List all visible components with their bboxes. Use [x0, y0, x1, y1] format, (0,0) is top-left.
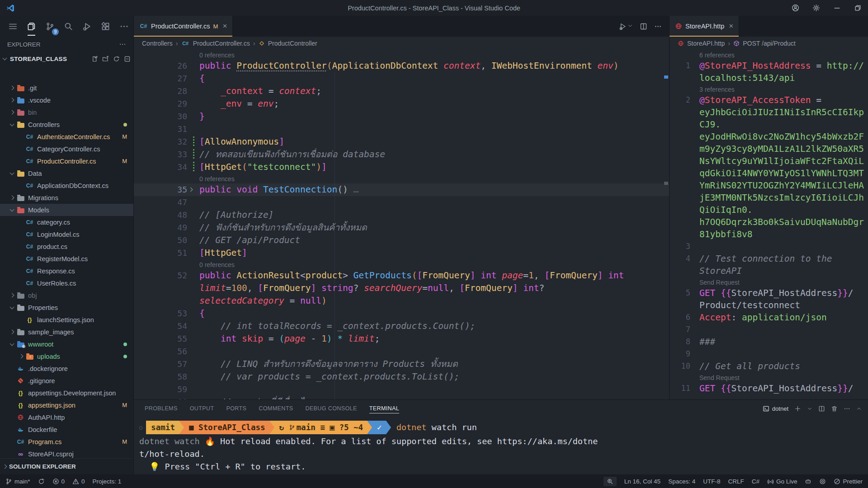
code-line[interactable]: 30}	[134, 110, 669, 123]
code-line[interactable]: 26public ProductController(ApplicationDb…	[134, 60, 669, 72]
close-tab-icon[interactable]: ×	[729, 22, 733, 31]
status-item[interactable]: C#	[752, 478, 760, 485]
status-item[interactable]	[819, 478, 826, 485]
run-debug-icon[interactable]	[78, 16, 96, 37]
code-line[interactable]: 54 // int totalRecords = _context.produc…	[134, 320, 669, 333]
tree-item[interactable]: obj	[0, 289, 133, 301]
code-line[interactable]: 9	[670, 348, 868, 360]
code-line[interactable]: QiOiIqIn0.	[670, 204, 868, 216]
status-item[interactable]: Spaces: 4	[668, 478, 695, 485]
search-icon[interactable]	[59, 16, 78, 37]
split-terminal-icon[interactable]	[818, 405, 825, 412]
tree-item[interactable]: C#ProductController.csM	[0, 155, 133, 167]
panel-tab-problems[interactable]: PROBLEMS	[145, 404, 178, 413]
status-item[interactable]: Projects: 1	[93, 478, 122, 485]
breadcrumb-folder[interactable]: Controllers	[142, 40, 173, 47]
code-line[interactable]: CJ9.	[670, 118, 868, 131]
code-line[interactable]: 28 _context = context;	[134, 85, 669, 98]
status-item[interactable]: CRLF	[728, 478, 744, 485]
tree-item[interactable]: ∞StoreAPI.csproj	[0, 448, 133, 458]
code-line[interactable]: 10// Get all products	[670, 360, 868, 372]
code-line[interactable]: StoreAPI	[670, 265, 868, 277]
panel-tab-comments[interactable]: COMMENTS	[259, 404, 293, 413]
code-line[interactable]: 58 // var products = _context.products.T…	[134, 371, 669, 383]
codelens[interactable]: 3 references	[670, 84, 868, 94]
tab-productcontroller[interactable]: C# ProductController.cs M ×	[134, 16, 233, 37]
tree-item[interactable]: C#Program.csM	[0, 436, 133, 448]
run-or-debug-button[interactable]	[619, 22, 633, 30]
code-line[interactable]: selectedCategory = null)	[134, 295, 669, 307]
code-line[interactable]: 51[HttpGet]	[134, 247, 669, 259]
tree-item[interactable]: .git	[0, 82, 133, 94]
tree-item[interactable]: Models	[0, 204, 133, 216]
editor-more-actions-icon[interactable]	[654, 23, 662, 30]
terminal-output[interactable]: ○samit■ StoreAPI_Class↻ main ≡ ▣ ?5 ~4✓d…	[139, 421, 868, 474]
code-line[interactable]: 11GET {{StoreAPI_HostAddress}}/	[670, 382, 868, 394]
codelens[interactable]: 6 references	[670, 50, 868, 60]
code-editor[interactable]: 0 references26public ProductController(A…	[134, 50, 669, 399]
codelens[interactable]: 0 references	[134, 50, 669, 60]
code-line[interactable]: 50// GET /api/Product	[134, 234, 669, 247]
status-item[interactable]	[604, 477, 617, 486]
maximize-panel-icon[interactable]	[856, 405, 862, 412]
code-line[interactable]: 81ybbfi8v8	[670, 228, 868, 240]
tree-item[interactable]: C#UserRoles.cs	[0, 277, 133, 289]
breadcrumb-file[interactable]: ProductController.cs	[193, 40, 250, 47]
explorer-more-icon[interactable]	[119, 41, 126, 48]
tree-item[interactable]: C#RegisterModel.cs	[0, 253, 133, 265]
account-icon[interactable]	[785, 0, 806, 16]
code-line[interactable]: 27{	[134, 72, 669, 85]
minimize-icon[interactable]	[826, 0, 847, 16]
explorer-icon[interactable]	[22, 16, 41, 37]
code-line[interactable]: 53{	[134, 307, 669, 320]
tree-item[interactable]: C#Response.cs	[0, 265, 133, 277]
tree-item[interactable]: AuthAPI.http	[0, 411, 133, 423]
refresh-explorer-icon[interactable]	[113, 56, 120, 62]
breadcrumb[interactable]: StoreAPI.http › POST /api/Product	[670, 37, 868, 50]
close-tab-icon[interactable]: ×	[222, 22, 227, 31]
code-line[interactable]: 57 // LINQ สำหรับการดึงข้อมูลจากตาราง Pr…	[134, 358, 669, 371]
code-line[interactable]: 33// ทดสอบเขียนฟังก์ชันการเชื่อมต่อ data…	[134, 148, 669, 161]
code-line[interactable]: 59	[134, 383, 669, 396]
breadcrumb[interactable]: Controllers › C# ProductController.cs › …	[134, 37, 669, 50]
tree-item[interactable]: C#CategoryController.cs	[0, 143, 133, 155]
code-line[interactable]: 29 _env = env;	[134, 98, 669, 110]
code-line[interactable]: qdGkiOiI4NWY0YWIyOS1lYWNhLTQ3MT	[670, 167, 868, 179]
code-line[interactable]: 49// ฟังก์ชันสำหรับการดึงข้อมูลสินค้าทั้…	[134, 221, 669, 234]
code-line[interactable]: 32[AllowAnonymous]	[134, 136, 669, 148]
codelens[interactable]: 0 references	[134, 174, 669, 183]
code-line[interactable]: limit=100, [FromQuery] string? searchQue…	[134, 282, 669, 295]
code-line[interactable]: h7OQ6Dqrzk3Bo0kSaivuDUqNaNubDgr	[670, 216, 868, 228]
tree-item[interactable]: .dockerignore	[0, 362, 133, 375]
code-line[interactable]: 60 // แบบอ่านที่มีเงื่อนไข	[134, 396, 669, 399]
tree-item[interactable]: .vscode	[0, 94, 133, 106]
code-line[interactable]: localhost:5143/api	[670, 72, 868, 84]
terminal-shell-item[interactable]: dotnet	[763, 405, 788, 412]
status-item[interactable]: Prettier	[834, 478, 863, 485]
tree-item[interactable]: sample_images	[0, 326, 133, 338]
code-line[interactable]: m9yZy93cy8yMDA1LzA1L2lkZW50aXR5	[670, 143, 868, 155]
code-line[interactable]: 6Accept: application/json	[670, 311, 868, 324]
status-item[interactable]: 0	[52, 478, 65, 485]
split-editor-icon[interactable]	[640, 23, 647, 30]
code-line[interactable]: 5GET {{StoreAPI_HostAddress}}/	[670, 287, 868, 299]
codelens[interactable]: Send Request	[670, 277, 868, 287]
terminal-dropdown-icon[interactable]	[807, 405, 812, 412]
status-item[interactable]: main*	[5, 478, 30, 485]
code-line[interactable]: jE3MTM0NTk5NzcsImlzcyI6IioiLCJh	[670, 192, 868, 204]
tree-item[interactable]: .gitignore	[0, 375, 133, 387]
tree-item[interactable]: C#category.cs	[0, 216, 133, 228]
menu-icon[interactable]	[4, 16, 22, 37]
panel-more-icon[interactable]	[844, 405, 850, 412]
kill-terminal-icon[interactable]	[831, 405, 838, 412]
fold-chevron-icon[interactable]	[189, 188, 193, 192]
tree-item[interactable]: {}launchSettings.json	[0, 314, 133, 326]
restore-icon[interactable]	[847, 0, 868, 16]
code-line[interactable]: 48// [Authorize]	[134, 209, 669, 221]
code-line[interactable]: eyJodHRwOi8vc2NoZW1hcy54bWxzb2F	[670, 131, 868, 143]
tree-item[interactable]: C#ApplicationDbContext.cs	[0, 179, 133, 192]
code-line[interactable]: 47	[134, 196, 669, 209]
more-actions-icon[interactable]	[115, 16, 133, 37]
settings-gear-icon[interactable]	[806, 0, 826, 16]
code-line[interactable]: 8###	[670, 336, 868, 348]
